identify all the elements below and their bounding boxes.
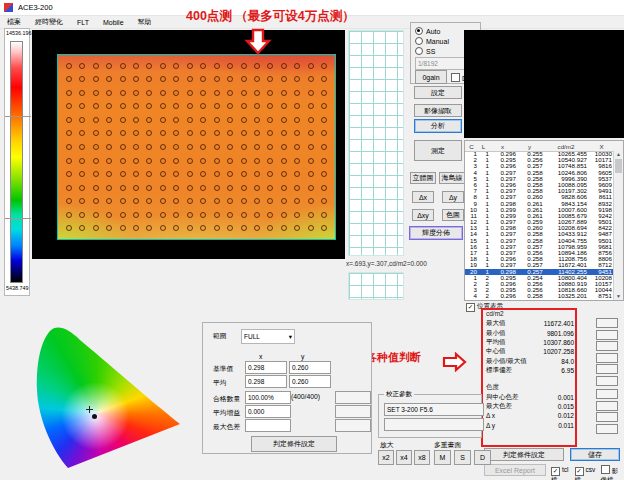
measure-dot [133,130,139,136]
judge-flag-box[interactable] [596,341,618,351]
stat-row: 最大色差0.015 [486,402,574,411]
reference-label: 基準值 [213,364,233,374]
scroll-up-icon[interactable]: ▲ [614,151,623,158]
luminance-heatmap[interactable] [32,30,345,259]
judge-flag-box[interactable] [596,330,618,340]
measure-dot [106,185,112,191]
measure-dot [173,171,179,177]
delta-x-button[interactable]: Δx [412,191,434,203]
stats-chroma-checkboxes[interactable] [596,389,618,435]
measure-dot [79,117,85,123]
measure-button[interactable]: 測定 [414,140,462,161]
menu-item[interactable]: 檔案 [0,17,28,27]
calibration-extra-field[interactable] [384,418,484,431]
measure-dot [66,63,72,69]
menu-item[interactable]: FLT [70,19,96,26]
measure-dot [294,171,300,177]
measure-dot [200,185,206,191]
stats-panel: cd/m2 最大值11672.401最小值9801.096平均值10307.86… [486,310,574,430]
measure-dot [146,90,152,96]
measure-dot [133,90,139,96]
measure-dot [227,130,233,136]
max-colordiff-field[interactable] [245,419,291,432]
menu-item[interactable]: 幫助 [131,17,159,27]
measure-dot [66,90,72,96]
measure-dot [187,63,193,69]
measure-dot [160,225,166,231]
judge-condition-button[interactable]: 判定條件設定 [484,448,564,461]
reference-x-field[interactable]: 0.298 [245,361,287,374]
calibration-value-field[interactable]: SET 3-200 F5.6 [384,403,484,416]
average-x-field[interactable]: 0.298 [245,375,287,388]
position-display-checkbox-icon [466,303,475,312]
stats-lum-checkboxes[interactable] [596,318,618,388]
measure-table-body: 110.2960.25510265.45510030210.2950.25610… [465,151,614,300]
delta-xy-button[interactable]: Δxy [412,209,434,221]
measure-dot [214,103,220,109]
judge-flag-box[interactable] [596,389,618,399]
measure-dot [281,117,287,123]
measure-dot [187,198,193,204]
judge-flag-box[interactable] [596,364,618,374]
zoom-x4-button[interactable]: x4 [396,450,412,465]
pass-percent-field[interactable]: 100.00% [245,391,291,404]
measure-dot [160,76,166,82]
measure-dot [241,103,247,109]
judge-condition-button2[interactable]: 判定條件設定 [251,436,337,452]
colordiff-flag-box [335,419,371,432]
avg-gain-field[interactable]: 0.000 [245,405,291,418]
judge-flag-box[interactable] [596,401,618,411]
measure-dot [187,212,193,218]
measure-dot [133,212,139,218]
zero-gain-button[interactable]: 0gain [415,70,447,84]
zoom-x2-button[interactable]: x2 [378,450,394,465]
measure-table[interactable]: C L x y cd/m2 X 110.2960.25510265.455100… [464,140,624,301]
delta-y-button[interactable]: Δy [442,191,464,203]
measure-dot [254,198,260,204]
menu-item[interactable]: 經時變化 [28,17,70,27]
image-capture-button[interactable]: 影像擷取 [414,104,462,117]
measure-dot [308,130,314,136]
judge-flag-box[interactable] [596,412,618,422]
measure-dot [321,103,327,109]
table-scrollbar[interactable]: ▲ ▼ [613,151,623,300]
scroll-thumb[interactable] [615,159,622,173]
excel-report-button[interactable]: Excel Report [484,464,546,476]
multiview-m-button[interactable]: M [434,450,451,465]
measure-dot [227,117,233,123]
reference-y-field[interactable]: 0.260 [289,361,331,374]
measure-dot [160,90,166,96]
measure-dot [146,117,152,123]
file-type-checkbox[interactable]: tcl檔 [551,466,570,480]
judge-flag-box[interactable] [596,318,618,328]
measure-dot [200,130,206,136]
file-type-checkbox[interactable]: csv檔 [575,466,596,480]
judge-flag-box[interactable] [596,424,618,434]
measure-dot [120,198,126,204]
settings-button[interactable]: 設定 [414,86,462,99]
luminance-dist-button[interactable]: 輝度分佈 [409,226,463,240]
multiview-s-button[interactable]: S [454,450,471,465]
cie-chromaticity-diagram[interactable] [30,318,198,476]
table-row[interactable]: 520.2960.25810174.5649801 [465,300,614,301]
view-3d-button[interactable]: 立體圖 [410,172,436,184]
multiview-d-button[interactable]: D [474,450,491,465]
measure-dot [146,171,152,177]
measure-dot [160,171,166,177]
scroll-down-icon[interactable]: ▼ [614,293,623,300]
contour-button[interactable]: 海島線 [439,172,465,184]
measure-dot [227,171,233,177]
file-type-checkbox[interactable]: 影像檔 [601,465,624,480]
measure-dot [106,76,112,82]
judge-flag-box[interactable] [596,353,618,363]
graph-grid-strip [348,272,404,300]
analyze-button[interactable]: 分析 [414,119,462,133]
color-map-button[interactable]: 色圖 [442,209,464,221]
range-select[interactable]: FULL ▾ [241,329,295,344]
judge-flag-box[interactable] [596,376,618,386]
measure-dot [308,117,314,123]
menu-item[interactable]: Mobile [96,19,131,26]
average-y-field[interactable]: 0.260 [289,375,331,388]
zoom-x8-button[interactable]: x8 [414,450,430,465]
save-button[interactable]: 儲存 [570,448,620,461]
